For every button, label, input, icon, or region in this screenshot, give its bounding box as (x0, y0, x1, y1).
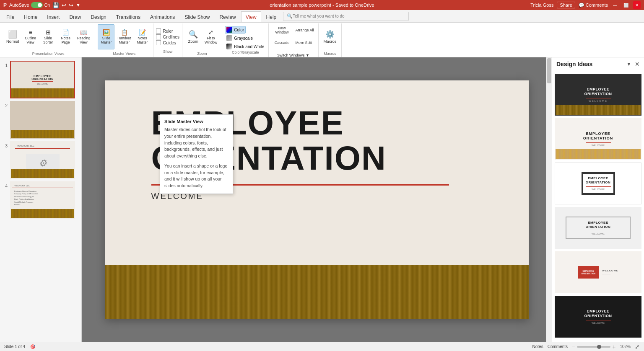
search-bar[interactable]: 🔍 (283, 12, 409, 21)
autosave-toggle[interactable]: AutoSave On (9, 2, 50, 8)
tab-home[interactable]: Home (19, 11, 42, 22)
title-bar-right: Tricia Goss Share 💬 Comments — ⬜ ✕ (530, 1, 641, 9)
ruler-check-box (156, 28, 161, 34)
status-accessibility: 🎯 (30, 344, 35, 349)
zoom-slider[interactable]: − + (572, 343, 615, 350)
slide-image-1[interactable]: EMPLOYEE ORIENTATION WELCOME (10, 61, 75, 98)
zoom-label: Zoom (185, 52, 219, 56)
handout-label: HandoutMaster (117, 36, 131, 44)
zoom-button[interactable]: 🔍 Zoom (185, 24, 202, 49)
notes-page-button[interactable]: 📄 NotesPage (57, 24, 74, 49)
comments-icon[interactable]: 💬 Comments (579, 3, 608, 8)
ribbon-group-presentation-views: ⬜ Normal ≡ OutlineView ⊞ SlideSorter 📄 N… (2, 23, 95, 57)
design-idea-1[interactable]: EMPLOYEEORIENTATION WELCOME (555, 74, 641, 116)
tab-transitions[interactable]: Transitions (112, 11, 145, 22)
handout-icon: 📋 (121, 29, 128, 35)
notes-button[interactable]: Notes (532, 344, 543, 349)
handout-master-button[interactable]: 📋 HandoutMaster (115, 24, 133, 49)
guides-checkbox[interactable]: Guides (156, 40, 179, 45)
normal-view-button[interactable]: ⬜ Normal (4, 24, 21, 49)
black-white-button[interactable]: Black and White (225, 43, 266, 50)
document-title: orientation sample powerpoint - Saved to… (270, 3, 374, 8)
more-icon[interactable]: ▼ (76, 3, 80, 8)
tab-draw[interactable]: Draw (65, 11, 86, 22)
tab-slideshow[interactable]: Slide Show (180, 11, 214, 22)
slide-content-4: Employee Hours of Operation Company Poli… (12, 189, 73, 207)
slide-master-icon: 🖼️ (103, 29, 110, 35)
idea-line-2 (586, 142, 611, 143)
outline-view-button[interactable]: ≡ OutlineView (22, 24, 39, 49)
tab-help[interactable]: Help (262, 11, 281, 22)
slide-thumbnail-1[interactable]: 1 EMPLOYEE ORIENTATION WELCOME (2, 61, 80, 98)
move-split-button[interactable]: Move Split (293, 37, 314, 49)
zoom-icon: 🔍 (189, 31, 198, 38)
slide-thumbnail-3[interactable]: 3 PANDROID, LLC ⚙ (2, 141, 80, 179)
design-idea-3[interactable]: EMPLOYEEORIENTATION WELCOME (555, 163, 641, 204)
tab-view[interactable]: View (241, 11, 261, 22)
canvas-wood-floor (105, 265, 529, 319)
slide-master-button[interactable]: 🖼️ SlideMaster (98, 24, 114, 49)
design-idea-5[interactable]: EMPLOYEEORIENTATION WELCOME ———— (555, 251, 641, 293)
tab-review[interactable]: Review (215, 11, 240, 22)
slide-header-3: PANDROID, LLC (15, 143, 70, 149)
grayscale-button[interactable]: Grayscale (225, 34, 254, 42)
share-icon[interactable]: Share (557, 2, 575, 8)
tab-design[interactable]: Design (86, 11, 111, 22)
tab-insert[interactable]: Insert (42, 11, 64, 22)
slide-thumbnail-2[interactable]: 2 (2, 101, 80, 139)
scrollbar-thumb-v[interactable] (547, 58, 551, 83)
search-input[interactable] (293, 14, 405, 18)
reading-view-button[interactable]: 📖 ReadingView (75, 24, 93, 49)
design-idea-2[interactable]: EMPLOYEEORIENTATION WELCOME (555, 118, 641, 160)
status-left: Slide 1 of 4 🎯 (4, 344, 35, 349)
slide-title-1: EMPLOYEE (31, 75, 54, 77)
guides-label: Guides (163, 41, 176, 45)
cascade-button[interactable]: Cascade (271, 37, 292, 49)
normal-label: Normal (6, 39, 19, 44)
user-name: Tricia Goss (530, 3, 553, 8)
tab-file[interactable]: File (2, 11, 19, 22)
design-panel-dropdown[interactable]: ▼ (626, 61, 631, 67)
slide-master-label: SlideMaster (101, 36, 112, 44)
macros-label: Macros (321, 52, 338, 56)
gridlines-checkbox[interactable]: Gridlines (156, 34, 179, 39)
arrange-all-button[interactable]: Arrange All (293, 24, 316, 36)
undo-icon[interactable]: ↩ (62, 2, 66, 8)
slide-image-3[interactable]: PANDROID, LLC ⚙ (10, 141, 75, 179)
new-window-button[interactable]: NewWindow (271, 24, 292, 36)
ribbon-group-master-views: 🖼️ SlideMaster 📋 HandoutMaster 📝 NotesMa… (95, 23, 153, 57)
close-button[interactable]: ✕ (633, 1, 641, 9)
comments-button[interactable]: Comments (548, 344, 568, 349)
fit-slide-button[interactable]: ⤢ (635, 343, 640, 350)
slide-thumbnail-4[interactable]: 4 PANDROID, LLC Employee Hours of Operat… (2, 181, 80, 219)
slide-image-4[interactable]: PANDROID, LLC Employee Hours of Operatio… (10, 181, 75, 219)
slide-info: Slide 1 of 4 (4, 344, 25, 349)
zoom-out-icon[interactable]: − (572, 343, 575, 350)
slide-sorter-button[interactable]: ⊞ SlideSorter (40, 24, 57, 49)
vertical-scrollbar[interactable] (546, 57, 552, 342)
minimize-button[interactable]: — (611, 1, 619, 9)
zoom-level[interactable]: 102% (620, 344, 631, 349)
macros-button[interactable]: ⚙️ Macros (321, 24, 338, 49)
ruler-checkbox[interactable]: Ruler (156, 28, 179, 34)
design-idea-6[interactable]: EMPLOYEEORIENTATION WELCOME (555, 296, 641, 338)
idea-title-1: EMPLOYEEORIENTATION (584, 87, 612, 97)
fit-to-window-button[interactable]: ⤢ Fit toWindow (203, 24, 219, 49)
design-panel-close[interactable]: ✕ (635, 61, 640, 67)
macros-label: Macros (323, 39, 336, 44)
redo-icon[interactable]: ↪ (69, 2, 73, 8)
zoom-in-icon[interactable]: + (612, 343, 615, 350)
title-bar-left: P AutoSave On 💾 ↩ ↪ ▼ (3, 2, 80, 8)
slide-image-2[interactable] (10, 101, 75, 139)
notes-master-button[interactable]: 📝 NotesMaster (134, 24, 151, 49)
tab-animations[interactable]: Animations (145, 11, 179, 22)
slide-wood-1 (11, 88, 74, 98)
presentation-view-buttons: ⬜ Normal ≡ OutlineView ⊞ SlideSorter 📄 N… (4, 24, 92, 52)
design-idea-4[interactable]: EMPLOYEEORIENTATION WELCOME (555, 207, 641, 249)
idea-crimson-text-5: EMPLOYEEORIENTATION (581, 270, 595, 275)
save-icon[interactable]: 💾 (52, 2, 59, 8)
restore-button[interactable]: ⬜ (622, 1, 630, 9)
autosave-switch[interactable] (31, 2, 43, 8)
color-button[interactable]: Color (225, 26, 246, 34)
zoom-track[interactable] (577, 346, 610, 348)
